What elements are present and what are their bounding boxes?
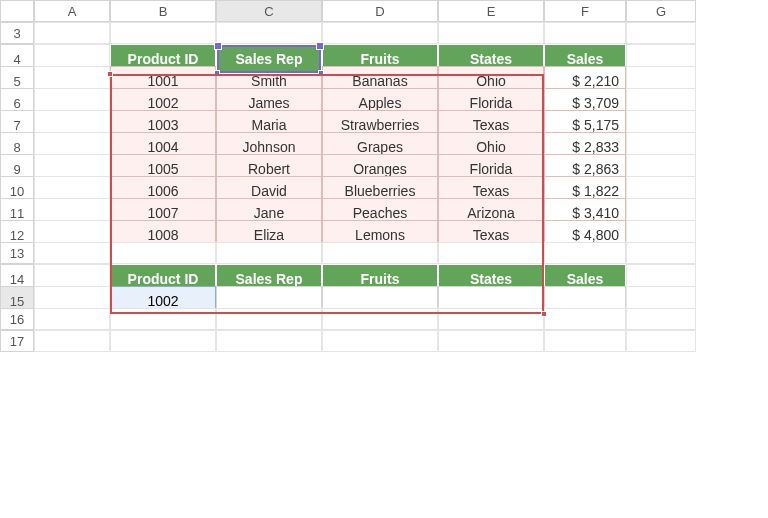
- empty-cell[interactable]: [438, 308, 544, 330]
- empty-cell[interactable]: [544, 330, 626, 352]
- empty-cell[interactable]: [438, 330, 544, 352]
- table-header-h1: Sales Rep: [216, 44, 322, 74]
- empty-cell[interactable]: [544, 242, 626, 264]
- col-header-G[interactable]: G: [626, 0, 696, 22]
- empty-cell[interactable]: [626, 308, 696, 330]
- empty-cell[interactable]: [216, 330, 322, 352]
- empty-cell[interactable]: [216, 242, 322, 264]
- empty-cell[interactable]: [438, 22, 544, 44]
- row-header-3[interactable]: 3: [0, 22, 34, 44]
- col-header-B[interactable]: B: [110, 0, 216, 22]
- empty-cell[interactable]: [216, 22, 322, 44]
- empty-cell[interactable]: [110, 22, 216, 44]
- col-header-C[interactable]: C: [216, 0, 322, 22]
- empty-cell[interactable]: [438, 242, 544, 264]
- empty-cell[interactable]: [322, 242, 438, 264]
- empty-cell[interactable]: [544, 22, 626, 44]
- row-header-17[interactable]: 17: [0, 330, 34, 352]
- empty-cell[interactable]: [322, 22, 438, 44]
- col-header-E[interactable]: E: [438, 0, 544, 22]
- empty-cell[interactable]: [322, 308, 438, 330]
- empty-cell[interactable]: [216, 308, 322, 330]
- col-header-D[interactable]: D: [322, 0, 438, 22]
- empty-cell[interactable]: [34, 330, 110, 352]
- empty-cell[interactable]: [626, 22, 696, 44]
- empty-cell[interactable]: [626, 242, 696, 264]
- empty-cell[interactable]: [322, 330, 438, 352]
- empty-cell[interactable]: [34, 308, 110, 330]
- empty-cell[interactable]: [110, 242, 216, 264]
- empty-cell[interactable]: [34, 242, 110, 264]
- row-header-16[interactable]: 16: [0, 308, 34, 330]
- empty-cell[interactable]: [34, 22, 110, 44]
- select-all[interactable]: [0, 0, 34, 22]
- empty-cell[interactable]: [110, 308, 216, 330]
- empty-cell[interactable]: [544, 308, 626, 330]
- row-header-13[interactable]: 13: [0, 242, 34, 264]
- col-header-F[interactable]: F: [544, 0, 626, 22]
- col-header-A[interactable]: A: [34, 0, 110, 22]
- empty-cell[interactable]: [110, 330, 216, 352]
- empty-cell[interactable]: [626, 330, 696, 352]
